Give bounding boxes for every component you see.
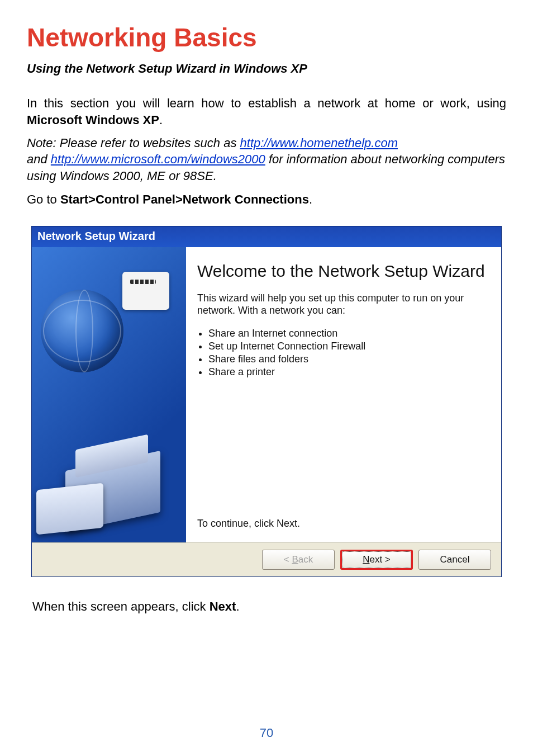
- wizard-content: Welcome to the Network Setup Wizard This…: [186, 247, 501, 542]
- back-suffix: ack: [298, 554, 313, 565]
- back-prefix: <: [284, 554, 292, 565]
- goto-line: Go to Start>Control Panel>Network Connec…: [27, 192, 506, 207]
- wizard-sidebar-graphic: [32, 247, 186, 542]
- intro-text: In this section you will learn how to es…: [27, 96, 506, 110]
- note-prefix: Note: Please refer to websites such as: [27, 136, 240, 150]
- goto-path: Start>Control Panel>Network Connections: [60, 192, 309, 206]
- wizard-bullet: Share an Internet connection: [208, 327, 489, 340]
- printer-page-icon: [122, 272, 169, 310]
- after-screenshot-text: When this screen appears, click Next.: [32, 599, 506, 614]
- wizard-bullet: Set up Internet Connection Firewall: [208, 340, 489, 353]
- wizard-window: Network Setup Wizard Welcome to the Netw…: [31, 226, 502, 577]
- after-prefix: When this screen appears, click: [32, 599, 210, 613]
- intro-bold: Microsoft Windows XP: [27, 113, 159, 127]
- cancel-button[interactable]: Cancel: [418, 550, 491, 570]
- page-title: Networking Basics: [27, 22, 506, 53]
- next-mnemonic: N: [363, 554, 369, 565]
- intro-period: .: [159, 113, 163, 127]
- globe-icon: [41, 290, 123, 372]
- after-period: .: [236, 599, 239, 613]
- note-link-1[interactable]: http://www.homenethelp.com: [240, 136, 398, 150]
- folder-icon: [36, 483, 103, 535]
- intro-paragraph: In this section you will learn how to es…: [27, 95, 506, 129]
- wizard-bullet: Share a printer: [208, 366, 489, 379]
- next-suffix: ext >: [369, 554, 390, 565]
- wizard-description: This wizard will help you set up this co…: [197, 292, 489, 317]
- next-button-highlight: Next >: [340, 550, 413, 570]
- page-subtitle: Using the Network Setup Wizard in Window…: [27, 62, 506, 76]
- wizard-bullet: Share files and folders: [208, 353, 489, 366]
- page-number: 70: [0, 726, 533, 740]
- after-bold: Next: [210, 599, 236, 613]
- wizard-titlebar: Network Setup Wizard: [32, 226, 501, 247]
- goto-period: .: [309, 192, 312, 206]
- wizard-body: Welcome to the Network Setup Wizard This…: [32, 247, 501, 542]
- note-link-2[interactable]: http://www.microsoft.com/windows2000: [51, 152, 265, 166]
- wizard-footer: < Back Next > Cancel: [32, 542, 501, 577]
- wizard-continue-text: To continue, click Next.: [197, 517, 489, 530]
- note-paragraph: Note: Please refer to websites such as h…: [27, 135, 506, 185]
- wizard-heading: Welcome to the Network Setup Wizard: [197, 262, 489, 281]
- next-button[interactable]: Next >: [342, 551, 411, 568]
- back-mnemonic: B: [292, 554, 298, 565]
- note-middle: and: [27, 152, 51, 166]
- wizard-bullet-list: Share an Internet connection Set up Inte…: [197, 327, 489, 379]
- back-button: < Back: [262, 550, 335, 570]
- goto-prefix: Go to: [27, 192, 60, 206]
